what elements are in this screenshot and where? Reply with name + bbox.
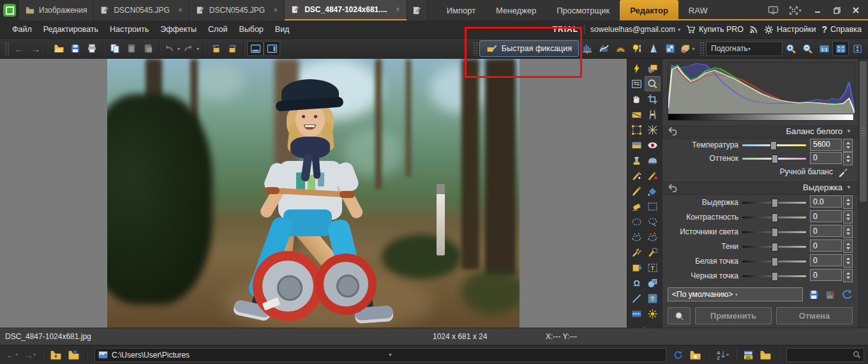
tab-partial[interactable] xyxy=(407,0,428,20)
tool-magic-wand-button[interactable] xyxy=(629,245,645,260)
module-tab-manager[interactable]: Менеджер xyxy=(486,0,546,20)
apply-button[interactable]: Применить xyxy=(695,307,772,324)
levels-button[interactable] xyxy=(579,41,595,56)
tool-line-tool-button[interactable] xyxy=(629,291,645,306)
rotate-left-button[interactable] xyxy=(207,41,224,56)
value-1[interactable]: 0 xyxy=(810,210,842,222)
browse-folder-button[interactable] xyxy=(758,348,774,362)
value-5[interactable]: 0 xyxy=(810,269,842,281)
temperature-slider[interactable] xyxy=(742,140,806,149)
reset-section-icon[interactable] xyxy=(668,126,678,135)
temperature-value[interactable]: 5600 xyxy=(810,139,842,151)
tool-zoom-button[interactable] xyxy=(645,76,661,91)
nav-back-button[interactable]: ← xyxy=(11,41,27,56)
white-balance-header[interactable]: Баланс белого ▼ xyxy=(662,124,858,139)
zoom-out-button[interactable] xyxy=(799,41,816,56)
tool-gradient-filter-button[interactable] xyxy=(629,137,645,153)
tab-dscn0545-2[interactable]: DSCN0545.JPG × xyxy=(190,0,285,20)
tool-deform-button[interactable] xyxy=(629,122,645,137)
slider-0[interactable] xyxy=(742,198,806,207)
print-button[interactable] xyxy=(84,41,100,56)
resize-button[interactable] xyxy=(662,41,678,56)
toolbar-grip[interactable] xyxy=(473,42,477,56)
buy-pro-button[interactable]: Купить PRO xyxy=(686,25,744,34)
tool-eraser-button[interactable] xyxy=(629,199,645,214)
save-button[interactable] xyxy=(67,41,84,56)
favorites-button[interactable] xyxy=(687,348,703,362)
tint-value[interactable]: 0 xyxy=(810,152,842,164)
tool-polygon-lasso-button[interactable] xyxy=(629,229,645,245)
preset-select[interactable]: <По умолчанию>▾ xyxy=(668,287,803,301)
tool-effect-brush-button[interactable] xyxy=(629,168,645,183)
module-tab-viewer[interactable]: Просмотрщик xyxy=(546,0,620,20)
slider-5[interactable] xyxy=(742,271,806,280)
scrollbar-thumb[interactable] xyxy=(860,61,867,202)
batch-button[interactable]: ▾ xyxy=(678,41,698,56)
tab-images[interactable]: Изображения xyxy=(19,0,94,20)
tool-magnetic-lasso-button[interactable] xyxy=(645,229,661,245)
redo-menu-caret[interactable]: ▾ xyxy=(195,46,201,52)
address-dropdown-caret[interactable]: ▾ xyxy=(389,352,662,358)
tab-dscn0545-1[interactable]: DSCN0545.JPG × xyxy=(94,0,189,20)
slider-3[interactable] xyxy=(742,242,806,251)
sort-button[interactable]: AZ▾ xyxy=(714,348,731,362)
tab-close-icon[interactable]: × xyxy=(178,6,183,15)
menu-selection[interactable]: Выбор xyxy=(233,25,269,34)
temperature-spinner[interactable] xyxy=(843,139,853,152)
fullscreen-button[interactable]: ▾ xyxy=(784,3,807,17)
tool-perspective-button[interactable] xyxy=(645,107,661,122)
tool-adjust-panel-button[interactable] xyxy=(629,76,645,91)
slider-4[interactable] xyxy=(742,257,806,266)
app-logo[interactable] xyxy=(0,0,19,20)
undo-menu-caret[interactable]: ▾ xyxy=(176,46,182,52)
tool-shape-tool-button[interactable] xyxy=(645,275,661,291)
module-tab-import[interactable]: Импорт xyxy=(437,0,486,20)
tab-dsc4847-active[interactable]: DSC_4847-1024x681.... × xyxy=(285,0,407,20)
toolbar-grip[interactable] xyxy=(4,42,9,56)
tool-healing-brush-button[interactable] xyxy=(645,168,661,183)
tool-flash-button[interactable] xyxy=(629,61,645,76)
menu-view[interactable]: Вид xyxy=(269,25,296,34)
toolbar-grip[interactable] xyxy=(700,42,704,56)
preview-button[interactable] xyxy=(668,307,691,324)
tool-fill-bucket-button[interactable] xyxy=(645,183,661,199)
tool-arrow-tool-button[interactable] xyxy=(645,291,661,306)
folder-up-button[interactable] xyxy=(48,348,64,362)
tool-selection-brush-button[interactable] xyxy=(645,245,661,260)
eyedropper-icon[interactable] xyxy=(838,167,849,177)
sort-caret[interactable]: ▾ xyxy=(726,352,729,358)
paste-button[interactable] xyxy=(123,41,140,56)
minimize-button[interactable] xyxy=(809,3,826,17)
tool-straighten-button[interactable] xyxy=(629,107,645,122)
news-feed-button[interactable] xyxy=(749,25,758,34)
save-preset-icon[interactable] xyxy=(808,289,819,300)
nav-forward-button[interactable]: → xyxy=(27,41,44,56)
tool-lasso-button[interactable] xyxy=(645,214,661,229)
tool-text-selection-button[interactable]: T xyxy=(645,260,661,275)
value-2[interactable]: 0 xyxy=(810,225,842,237)
lights-button[interactable] xyxy=(629,41,645,56)
monitor-button[interactable]: 2 xyxy=(765,3,781,17)
tool-photo-stack-button[interactable] xyxy=(645,61,661,76)
copy-button[interactable] xyxy=(107,41,123,56)
tool-clone-stamp-button[interactable] xyxy=(629,153,645,168)
photo-dsc4847[interactable] xyxy=(107,59,520,328)
reset-section-icon[interactable] xyxy=(668,183,678,192)
manual-balance-row[interactable]: Ручной баланс xyxy=(662,165,858,179)
nav-forward-button[interactable]: →▾ xyxy=(22,348,38,362)
fit-height-button[interactable] xyxy=(849,41,865,56)
paste-special-button[interactable] xyxy=(140,41,156,56)
delete-preset-icon[interactable] xyxy=(825,289,836,300)
refresh-button[interactable] xyxy=(671,348,685,362)
menu-layer[interactable]: Слой xyxy=(202,25,233,34)
menu-edit[interactable]: Редактировать xyxy=(38,25,104,34)
zoom-level-select[interactable]: Подогнать▾ xyxy=(706,42,782,56)
search-input[interactable] xyxy=(786,348,864,362)
menu-adjust[interactable]: Настроить xyxy=(104,25,154,34)
slider-2[interactable] xyxy=(742,227,806,236)
tool-rect-select-button[interactable] xyxy=(645,199,661,214)
module-tab-raw[interactable]: RAW xyxy=(678,0,718,20)
rotate-right-button[interactable] xyxy=(224,41,241,56)
toggle-right-panel-button[interactable] xyxy=(264,41,280,56)
tool-symbol-tool-button[interactable]: Ω xyxy=(629,275,645,291)
